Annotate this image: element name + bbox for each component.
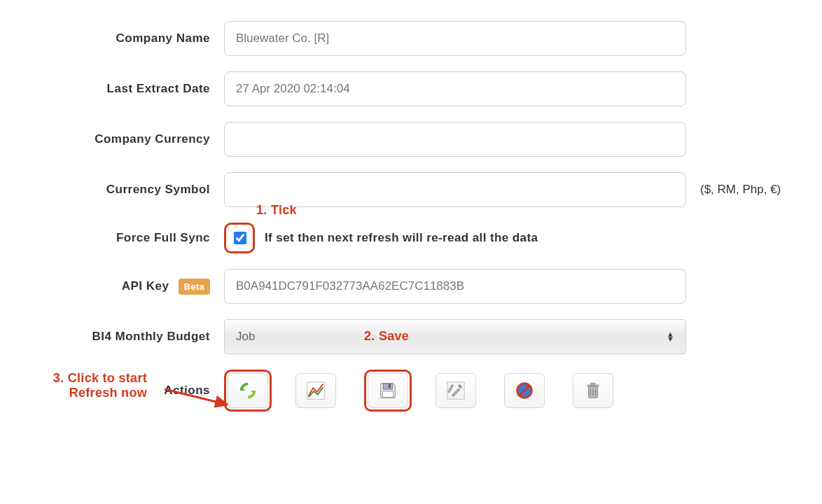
label-currency-symbol: Currency Symbol	[14, 183, 224, 197]
block-button[interactable]	[504, 373, 545, 408]
label-last-extract: Last Extract Date	[14, 82, 224, 96]
label-actions: Actions	[164, 384, 210, 397]
beta-badge: Beta	[179, 279, 210, 295]
row-bi4-budget: BI4 Monthly Budget Job ▲▼ 2. Save	[14, 319, 808, 354]
currency-symbol-input[interactable]	[224, 172, 686, 207]
svg-rect-11	[587, 385, 599, 387]
bi4-budget-value: Job	[236, 330, 255, 344]
refresh-icon	[237, 380, 258, 401]
refresh-button[interactable]	[228, 373, 268, 408]
refresh-highlight	[224, 370, 272, 412]
svg-rect-3	[389, 384, 391, 388]
label-api-key-text: API Key	[122, 279, 169, 292]
row-company-name: Company Name	[14, 21, 808, 56]
tools-icon	[445, 380, 466, 401]
annotation-save: 2. Save	[364, 329, 409, 344]
row-currency-symbol: Currency Symbol ($, RM, Php, €)	[14, 172, 808, 207]
label-company-name: Company Name	[14, 31, 224, 46]
chart-button[interactable]	[295, 373, 336, 408]
row-actions: 3. Click to start Refresh now Actions	[14, 370, 808, 412]
row-force-full-sync: Force Full Sync 1. Tick If set then next…	[14, 223, 808, 253]
currency-symbol-hint: ($, RM, Php, €)	[686, 183, 781, 197]
delete-button[interactable]	[573, 373, 613, 408]
last-extract-input[interactable]	[224, 71, 686, 106]
force-full-sync-checkbox[interactable]	[234, 232, 246, 244]
annotation-refresh-1: 3. Click to start	[53, 371, 147, 386]
block-icon	[514, 380, 535, 401]
chevron-updown-icon: ▲▼	[667, 332, 674, 342]
force-full-sync-hint: If set then next refresh will re-read al…	[265, 231, 538, 245]
force-full-sync-highlight	[224, 223, 255, 253]
annotation-refresh-2: Refresh now	[53, 386, 147, 400]
save-highlight	[364, 370, 412, 412]
svg-rect-12	[590, 383, 596, 385]
chart-icon	[305, 380, 326, 401]
svg-rect-2	[383, 384, 392, 389]
company-name-input[interactable]	[224, 21, 686, 56]
tools-button[interactable]	[436, 373, 476, 408]
annotation-tick: 1. Tick	[256, 203, 297, 218]
svg-rect-4	[383, 391, 393, 397]
api-key-input[interactable]	[224, 269, 686, 304]
label-force-full-sync: Force Full Sync	[14, 231, 224, 245]
label-api-key: API Key Beta	[14, 279, 224, 295]
label-company-currency: Company Currency	[14, 132, 224, 146]
company-currency-input[interactable]	[224, 122, 686, 157]
save-icon	[377, 380, 398, 401]
save-button[interactable]	[368, 373, 408, 408]
row-last-extract: Last Extract Date	[14, 71, 808, 106]
row-api-key: API Key Beta	[14, 269, 808, 304]
trash-icon	[583, 380, 604, 401]
label-bi4-budget: BI4 Monthly Budget	[14, 330, 224, 344]
bi4-budget-select[interactable]: Job ▲▼	[224, 319, 686, 354]
row-company-currency: Company Currency	[14, 122, 808, 157]
